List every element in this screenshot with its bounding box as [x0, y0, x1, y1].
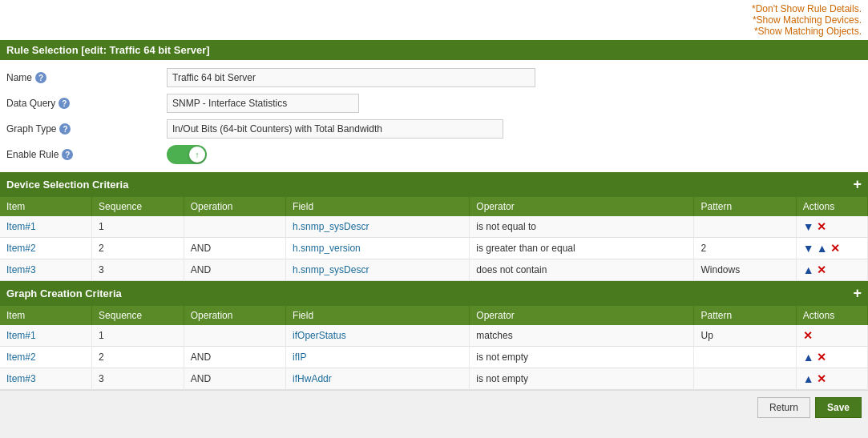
- graph-up-arrow-2[interactable]: ▲: [803, 351, 814, 364]
- graph-op-2: AND: [184, 347, 285, 368]
- show-matching-objects-link[interactable]: *Show Matching Objects.: [6, 26, 862, 37]
- device-down-arrow-1[interactable]: ▼: [803, 220, 814, 233]
- graph-type-help-icon[interactable]: ?: [59, 123, 71, 135]
- name-input-container: [167, 68, 862, 87]
- graph-col-item: Item: [0, 306, 92, 325]
- device-actions-3: ▲✕: [796, 259, 867, 281]
- device-item-link-2[interactable]: Item#2: [6, 243, 36, 254]
- device-col-sequence: Sequence: [92, 197, 184, 216]
- graph-actions-3: ▲✕: [796, 368, 867, 390]
- enable-rule-help-icon[interactable]: ?: [62, 149, 73, 160]
- device-delete-1[interactable]: ✕: [817, 220, 826, 233]
- graph-type-label: Graph Type ?: [6, 123, 167, 135]
- device-up-arrow-2[interactable]: ▲: [817, 242, 828, 255]
- graph-actions-2: ▲✕: [796, 347, 867, 368]
- name-row: Name ?: [0, 65, 868, 90]
- device-up-arrow-3[interactable]: ▲: [803, 263, 814, 276]
- device-op-2: AND: [184, 238, 285, 259]
- device-actions-cell-1: ▼✕: [803, 220, 861, 233]
- device-op-3: AND: [184, 259, 285, 281]
- device-seq-2: 2: [92, 238, 184, 259]
- graph-creation-title: Graph Creation Criteria: [6, 287, 122, 299]
- device-item-3: Item#3: [0, 259, 92, 281]
- table-row: Item#33ANDifHwAddris not empty▲✕: [0, 368, 868, 390]
- device-delete-2[interactable]: ✕: [830, 242, 840, 255]
- name-input[interactable]: [167, 68, 535, 87]
- graph-field-link-1[interactable]: ifOperStatus: [293, 330, 346, 341]
- graph-creation-header: Graph Creation Criteria +: [0, 281, 868, 306]
- graph-field-link-2[interactable]: ifIP: [293, 352, 306, 363]
- graph-actions-cell-2: ▲✕: [803, 351, 861, 364]
- graph-actions-1: ✕: [796, 325, 867, 347]
- graph-field-3: ifHwAddr: [286, 368, 470, 390]
- name-help-icon[interactable]: ?: [35, 72, 46, 83]
- table-row: Item#22ANDh.snmp_versionis greater than …: [0, 238, 868, 259]
- device-field-link-1[interactable]: h.snmp_sysDescr: [293, 221, 369, 232]
- graph-creation-table: Item Sequence Operation Field Operator P…: [0, 306, 868, 390]
- graph-type-row: Graph Type ? In/Out Bits (64-bit Counter…: [0, 116, 868, 142]
- device-pattern-2: 2: [694, 238, 796, 259]
- graph-operator-2: is not empty: [470, 347, 694, 368]
- data-query-select[interactable]: SNMP - Interface Statistics: [167, 94, 359, 113]
- device-item-2: Item#2: [0, 238, 92, 259]
- graph-item-link-1[interactable]: Item#1: [6, 330, 36, 341]
- graph-up-arrow-3[interactable]: ▲: [803, 372, 814, 385]
- graph-creation-add-button[interactable]: +: [853, 285, 862, 302]
- show-matching-devices-link[interactable]: *Show Matching Devices.: [6, 14, 862, 26]
- device-pattern-3: Windows: [694, 259, 796, 281]
- enable-rule-toggle[interactable]: [167, 145, 207, 164]
- device-col-item: Item: [0, 197, 92, 216]
- graph-field-2: ifIP: [286, 347, 470, 368]
- device-delete-3[interactable]: ✕: [817, 263, 826, 276]
- graph-pattern-3: [694, 368, 796, 390]
- device-pattern-1: [694, 216, 796, 238]
- graph-col-field: Field: [286, 306, 470, 325]
- return-button[interactable]: Return: [757, 397, 810, 418]
- graph-seq-3: 3: [92, 368, 184, 390]
- device-selection-title: Device Selection Criteria: [6, 179, 128, 191]
- graph-col-operation: Operation: [184, 306, 285, 325]
- device-field-link-3[interactable]: h.snmp_sysDescr: [293, 264, 369, 275]
- device-selection-add-button[interactable]: +: [853, 176, 862, 193]
- device-field-3: h.snmp_sysDescr: [286, 259, 470, 281]
- graph-item-1: Item#1: [0, 325, 92, 347]
- form-area: Name ? Data Query ? SNMP - Interface Sta…: [0, 60, 868, 172]
- device-table-header-row: Item Sequence Operation Field Operator P…: [0, 197, 868, 216]
- device-item-1: Item#1: [0, 216, 92, 238]
- device-col-operation: Operation: [184, 197, 285, 216]
- device-selection-table: Item Sequence Operation Field Operator P…: [0, 197, 868, 281]
- graph-type-select-container: In/Out Bits (64-bit Counters) with Total…: [167, 119, 862, 139]
- device-field-1: h.snmp_sysDescr: [286, 216, 470, 238]
- graph-delete-3[interactable]: ✕: [817, 372, 826, 385]
- device-actions-1: ▼✕: [796, 216, 867, 238]
- device-down-arrow-2[interactable]: ▼: [803, 242, 814, 255]
- graph-col-operator: Operator: [470, 306, 694, 325]
- device-actions-cell-2: ▼▲✕: [803, 242, 861, 255]
- graph-seq-2: 2: [92, 347, 184, 368]
- graph-pattern-1: Up: [694, 325, 796, 347]
- graph-type-select[interactable]: In/Out Bits (64-bit Counters) with Total…: [167, 119, 503, 139]
- table-row: Item#11h.snmp_sysDescris not equal to▼✕: [0, 216, 868, 238]
- dont-show-rule-link[interactable]: *Don't Show Rule Details.: [6, 3, 862, 14]
- device-item-link-1[interactable]: Item#1: [6, 221, 36, 232]
- graph-actions-cell-3: ▲✕: [803, 372, 861, 385]
- device-seq-1: 1: [92, 216, 184, 238]
- data-query-row: Data Query ? SNMP - Interface Statistics: [0, 90, 868, 116]
- device-col-field: Field: [286, 197, 470, 216]
- graph-item-link-3[interactable]: Item#3: [6, 373, 36, 384]
- save-button[interactable]: Save: [815, 397, 862, 418]
- graph-field-link-3[interactable]: ifHwAddr: [293, 373, 332, 384]
- device-item-link-3[interactable]: Item#3: [6, 264, 36, 275]
- device-op-1: [184, 216, 285, 238]
- graph-op-3: AND: [184, 368, 285, 390]
- graph-delete-1[interactable]: ✕: [803, 329, 813, 342]
- device-col-operator: Operator: [470, 197, 694, 216]
- device-field-link-2[interactable]: h.snmp_version: [293, 243, 361, 254]
- name-label: Name ?: [6, 72, 167, 83]
- graph-item-link-2[interactable]: Item#2: [6, 352, 36, 363]
- data-query-select-container: SNMP - Interface Statistics: [167, 94, 862, 113]
- device-seq-3: 3: [92, 259, 184, 281]
- table-row: Item#33ANDh.snmp_sysDescrdoes not contai…: [0, 259, 868, 281]
- data-query-help-icon[interactable]: ?: [59, 98, 70, 109]
- graph-delete-2[interactable]: ✕: [817, 351, 826, 364]
